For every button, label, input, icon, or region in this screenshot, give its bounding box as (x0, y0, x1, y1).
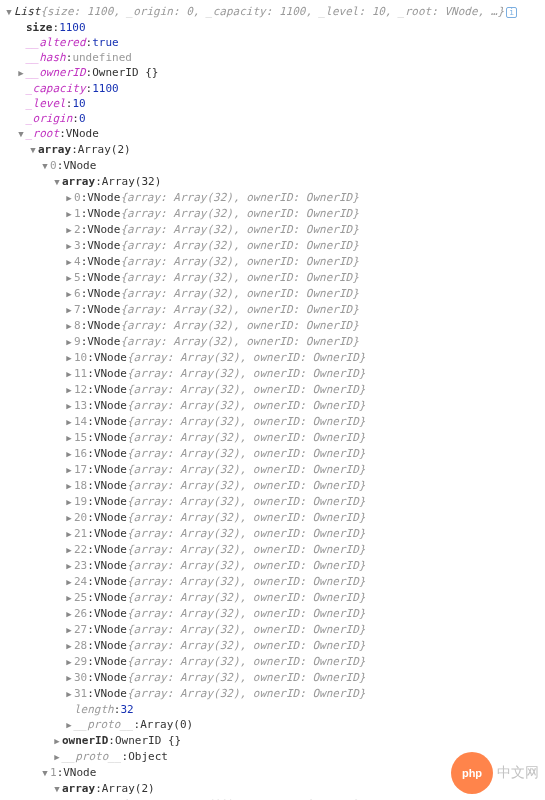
root-array-0-key: 0 (50, 158, 57, 173)
vnode-item[interactable]: ▶20: VNode {array: Array(32), ownerID: O… (4, 510, 541, 526)
vnode-item[interactable]: ▶7: VNode {array: Array(32), ownerID: Ow… (4, 302, 541, 318)
prop-level-value: 10 (72, 96, 85, 111)
vnode-type: VNode (94, 414, 127, 429)
vnode-item[interactable]: ▶3: VNode {array: Array(32), ownerID: Ow… (4, 238, 541, 254)
caret-right-icon: ▶ (64, 399, 74, 414)
prop-hash-key: __hash (26, 50, 66, 65)
vnode-item[interactable]: ▶6: VNode {array: Array(32), ownerID: Ow… (4, 286, 541, 302)
caret-right-icon: ▶ (64, 351, 74, 366)
vnode-preview: {array: Array(32), ownerID: OwnerID} (120, 190, 358, 205)
vnode-type: VNode (94, 670, 127, 685)
vnode-item[interactable]: ▶12: VNode {array: Array(32), ownerID: O… (4, 382, 541, 398)
vnode-index: 6 (74, 286, 81, 301)
prop-ownerid-key: __ownerID (26, 65, 86, 80)
vnode-item[interactable]: ▶26: VNode {array: Array(32), ownerID: O… (4, 606, 541, 622)
vnode-item[interactable]: ▶13: VNode {array: Array(32), ownerID: O… (4, 398, 541, 414)
vnode-index: 31 (74, 686, 87, 701)
vnode-preview: {array: Array(32), ownerID: OwnerID} (127, 606, 365, 621)
vnode-item[interactable]: ▶4: VNode {array: Array(32), ownerID: Ow… (4, 254, 541, 270)
node0-array[interactable]: ▼array: Array(32) (4, 174, 541, 190)
node0-ownerid[interactable]: ▶ownerID: OwnerID {} (4, 733, 541, 749)
prop-hash: __hash: undefined (4, 50, 541, 65)
vnode-index: 8 (74, 318, 81, 333)
node0-proto-obj-key: __proto__ (62, 749, 122, 764)
vnode-item[interactable]: ▶9: VNode {array: Array(32), ownerID: Ow… (4, 334, 541, 350)
caret-right-icon: ▶ (64, 463, 74, 478)
node1-array[interactable]: ▼array: Array(2) (4, 781, 541, 797)
vnode-type: VNode (87, 190, 120, 205)
vnode-item[interactable]: ▶30: VNode {array: Array(32), ownerID: O… (4, 670, 541, 686)
list-root[interactable]: ▼List {size: 1100, _origin: 0, _capacity… (4, 4, 541, 20)
prop-level-key: _level (26, 96, 66, 111)
vnode-item[interactable]: ▶24: VNode {array: Array(32), ownerID: O… (4, 574, 541, 590)
vnode-item[interactable]: ▶5: VNode {array: Array(32), ownerID: Ow… (4, 270, 541, 286)
vnode-item[interactable]: ▶22: VNode {array: Array(32), ownerID: O… (4, 542, 541, 558)
vnode-item[interactable]: ▶21: VNode {array: Array(32), ownerID: O… (4, 526, 541, 542)
vnode-item[interactable]: ▶10: VNode {array: Array(32), ownerID: O… (4, 350, 541, 366)
vnode-item[interactable]: ▶16: VNode {array: Array(32), ownerID: O… (4, 446, 541, 462)
vnode-item[interactable]: ▶29: VNode {array: Array(32), ownerID: O… (4, 654, 541, 670)
caret-right-icon: ▶ (64, 687, 74, 702)
vnode-index: 17 (74, 462, 87, 477)
vnode-item[interactable]: ▶11: VNode {array: Array(32), ownerID: O… (4, 366, 541, 382)
vnode-preview: {array: Array(32), ownerID: OwnerID} (127, 382, 365, 397)
caret-right-icon: ▶ (64, 207, 74, 222)
vnode-item[interactable]: ▶1: VNode {array: Array(32), ownerID: Ow… (4, 206, 541, 222)
vnode-index: 21 (74, 526, 87, 541)
caret-right-icon: ▶ (64, 511, 74, 526)
prop-altered-value: true (92, 35, 119, 50)
vnode-item[interactable]: ▶17: VNode {array: Array(32), ownerID: O… (4, 462, 541, 478)
vnode-item[interactable]: ▶19: VNode {array: Array(32), ownerID: O… (4, 494, 541, 510)
vnode-type: VNode (94, 558, 127, 573)
vnode-index: 20 (74, 510, 87, 525)
vnode-item[interactable]: ▶28: VNode {array: Array(32), ownerID: O… (4, 638, 541, 654)
vnode-type: VNode (94, 478, 127, 493)
vnode-index: 2 (74, 222, 81, 237)
vnode-preview: {array: Array(32), ownerID: OwnerID} (127, 446, 365, 461)
vnode-item[interactable]: ▶18: VNode {array: Array(32), ownerID: O… (4, 478, 541, 494)
vnode-type: VNode (94, 366, 127, 381)
prop-ownerid-value: OwnerID {} (92, 65, 158, 80)
vnode-item[interactable]: ▶15: VNode {array: Array(32), ownerID: O… (4, 430, 541, 446)
vnode-item[interactable]: ▶14: VNode {array: Array(32), ownerID: O… (4, 414, 541, 430)
vnode-index: 4 (74, 254, 81, 269)
caret-right-icon: ▶ (64, 575, 74, 590)
vnode-type: VNode (94, 430, 127, 445)
prop-level: _level: 10 (4, 96, 541, 111)
node0-proto-obj[interactable]: ▶__proto__: Object (4, 749, 541, 765)
vnode-preview: {array: Array(32), ownerID: OwnerID} (127, 510, 365, 525)
vnode-index: 25 (74, 590, 87, 605)
node0-proto[interactable]: ▶__proto__: Array(0) (4, 717, 541, 733)
info-badge-icon[interactable]: i (506, 7, 517, 18)
root-array-0[interactable]: ▼0: VNode (4, 158, 541, 174)
vnode-item[interactable]: ▶2: VNode {array: Array(32), ownerID: Ow… (4, 222, 541, 238)
vnode-preview: {array: Array(32), ownerID: OwnerID} (127, 414, 365, 429)
prop-root[interactable]: ▼_root: VNode (4, 126, 541, 142)
vnode-type: VNode (94, 510, 127, 525)
vnode-item[interactable]: ▶27: VNode {array: Array(32), ownerID: O… (4, 622, 541, 638)
prop-size-key: size (26, 20, 53, 35)
vnode-item[interactable]: ▶23: VNode {array: Array(32), ownerID: O… (4, 558, 541, 574)
vnode-index: 10 (74, 350, 87, 365)
caret-right-icon: ▶ (52, 750, 62, 765)
vnode-preview: {array: Array(32), ownerID: OwnerID} (120, 318, 358, 333)
vnode-index: 22 (74, 542, 87, 557)
vnode-item[interactable]: ▶31: VNode {array: Array(32), ownerID: O… (4, 686, 541, 702)
caret-right-icon: ▶ (64, 543, 74, 558)
caret-right-icon: ▶ (64, 383, 74, 398)
vnode-type: VNode (94, 590, 127, 605)
root-array[interactable]: ▼array: Array(2) (4, 142, 541, 158)
vnode-item[interactable]: ▶8: VNode {array: Array(32), ownerID: Ow… (4, 318, 541, 334)
vnode-type: VNode (94, 494, 127, 509)
vnode-type: VNode (94, 638, 127, 653)
prop-origin-value: 0 (79, 111, 86, 126)
vnode-item[interactable]: ▶0: VNode {array: Array(32), ownerID: Ow… (4, 190, 541, 206)
root-array-1[interactable]: ▼1: VNode (4, 765, 541, 781)
vnode-index: 18 (74, 478, 87, 493)
vnode-type: VNode (94, 382, 127, 397)
prop-ownerid[interactable]: ▶__ownerID: OwnerID {} (4, 65, 541, 81)
caret-right-icon: ▶ (64, 255, 74, 270)
vnode-index: 15 (74, 430, 87, 445)
vnode-item[interactable]: ▶25: VNode {array: Array(32), ownerID: O… (4, 590, 541, 606)
caret-right-icon: ▶ (64, 335, 74, 350)
